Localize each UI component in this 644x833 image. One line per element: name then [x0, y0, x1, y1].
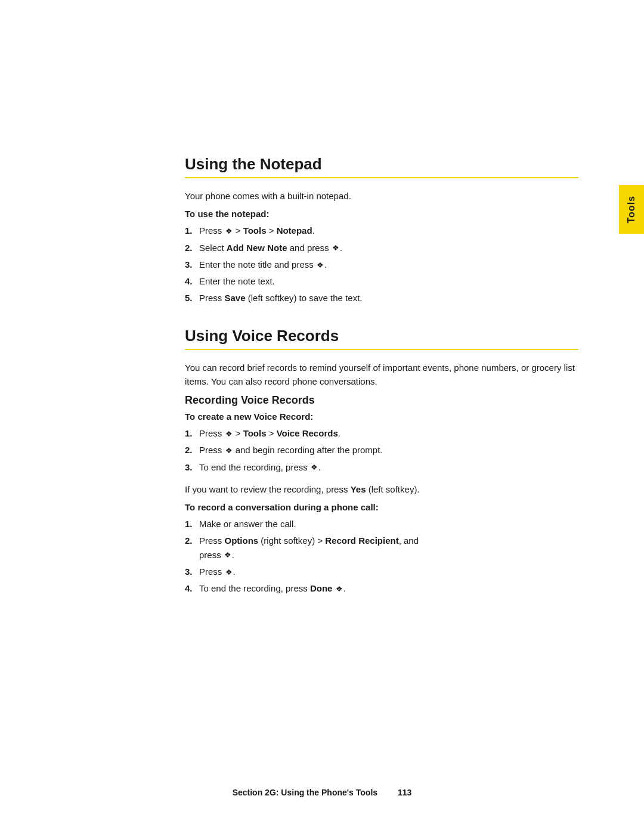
page-container: Tools Using the Notepad Your phone comes…: [0, 0, 644, 833]
conv-step-num-1: 1.: [185, 517, 199, 531]
nav-key-icon: ❖: [332, 242, 339, 254]
voice-step-num-1: 1.: [185, 426, 199, 440]
notepad-step-2: 2. Select Add New Note and press ❖.: [185, 241, 578, 255]
footer-section-label: Section 2G: Using the Phone's Tools: [233, 788, 377, 797]
side-tab-label: Tools: [626, 196, 637, 223]
step-text-1: Press ❖ > Tools > Notepad.: [199, 224, 578, 237]
voice-step-num-3: 3.: [185, 460, 199, 474]
step-num-2: 2.: [185, 241, 199, 255]
step-text-5: Press Save (left softkey) to save the te…: [199, 291, 578, 305]
step-text-3: Enter the note title and press ❖.: [199, 258, 578, 271]
step-text-2: Select Add New Note and press ❖.: [199, 241, 578, 255]
conv-step-text-3: Press ❖.: [199, 565, 578, 578]
voice-step-num-2: 2.: [185, 443, 199, 457]
nav-key-icon: ❖: [336, 583, 343, 595]
nav-key-icon: ❖: [225, 566, 233, 578]
conv-step-text-2: Press Options (right softkey) > Record R…: [199, 534, 578, 562]
conv-step-4: 4. To end the recording, press Done ❖.: [185, 581, 578, 595]
record-conversation-label: To record a conversation during a phone …: [185, 502, 578, 512]
voice-step-1: 1. Press ❖ > Tools > Voice Records.: [185, 426, 578, 440]
conv-step-text-1: Make or answer the call.: [199, 517, 578, 531]
nav-key-icon: ❖: [225, 428, 233, 440]
record-conversation-steps-list: 1. Make or answer the call. 2. Press Opt…: [185, 517, 578, 595]
notepad-label: To use the notepad:: [185, 209, 578, 219]
step-num-1: 1.: [185, 224, 199, 237]
notepad-step-4: 4. Enter the note text.: [185, 274, 578, 288]
notepad-step-1: 1. Press ❖ > Tools > Notepad.: [185, 224, 578, 237]
recording-voice-records-subtitle: Recording Voice Records: [185, 394, 578, 407]
conv-step-text-4: To end the recording, press Done ❖.: [199, 581, 578, 595]
notepad-step-5: 5. Press Save (left softkey) to save the…: [185, 291, 578, 305]
notepad-section-title: Using the Notepad: [185, 155, 578, 178]
nav-key-icon: ❖: [311, 462, 318, 473]
voice-record-review-note: If you want to review the recording, pre…: [185, 482, 578, 496]
step-num-4: 4.: [185, 274, 199, 288]
recording-voice-records-subsection: Recording Voice Records To create a new …: [185, 394, 578, 595]
notepad-step-3: 3. Enter the note title and press ❖.: [185, 258, 578, 271]
notepad-intro: Your phone comes with a built-in notepad…: [185, 189, 578, 203]
nav-key-icon: ❖: [225, 225, 233, 237]
section-using-notepad: Using the Notepad Your phone comes with …: [185, 155, 578, 305]
voice-step-3: 3. To end the recording, press ❖.: [185, 460, 578, 474]
conv-step-num-4: 4.: [185, 581, 199, 595]
conv-step-num-3: 3.: [185, 565, 199, 578]
step-text-4: Enter the note text.: [199, 274, 578, 288]
footer-page-number: 113: [398, 788, 411, 797]
nav-key-icon: ❖: [317, 259, 324, 271]
nav-key-icon: ❖: [224, 549, 231, 561]
page-footer: Section 2G: Using the Phone's Tools 113: [0, 788, 644, 797]
voice-step-2: 2. Press ❖ and begin recording after the…: [185, 443, 578, 457]
create-voice-record-label: To create a new Voice Record:: [185, 411, 578, 422]
voice-step-text-1: Press ❖ > Tools > Voice Records.: [199, 426, 578, 440]
voice-step-text-3: To end the recording, press ❖.: [199, 460, 578, 474]
conv-step-3: 3. Press ❖.: [185, 565, 578, 578]
voice-records-section-title: Using Voice Records: [185, 327, 578, 350]
notepad-steps-list: 1. Press ❖ > Tools > Notepad. 2. Select …: [185, 224, 578, 305]
conv-step-1: 1. Make or answer the call.: [185, 517, 578, 531]
nav-key-icon: ❖: [225, 445, 233, 457]
step-num-5: 5.: [185, 291, 199, 305]
step-num-3: 3.: [185, 258, 199, 271]
side-tab: Tools: [619, 185, 644, 234]
conv-step-2: 2. Press Options (right softkey) > Recor…: [185, 534, 578, 562]
voice-record-steps-list: 1. Press ❖ > Tools > Voice Records. 2. P…: [185, 426, 578, 474]
conv-step-num-2: 2.: [185, 534, 199, 547]
content-area: Using the Notepad Your phone comes with …: [185, 155, 578, 595]
section-using-voice-records: Using Voice Records You can record brief…: [185, 327, 578, 596]
voice-step-text-2: Press ❖ and begin recording after the pr…: [199, 443, 578, 457]
voice-records-intro: You can record brief records to remind y…: [185, 361, 578, 389]
